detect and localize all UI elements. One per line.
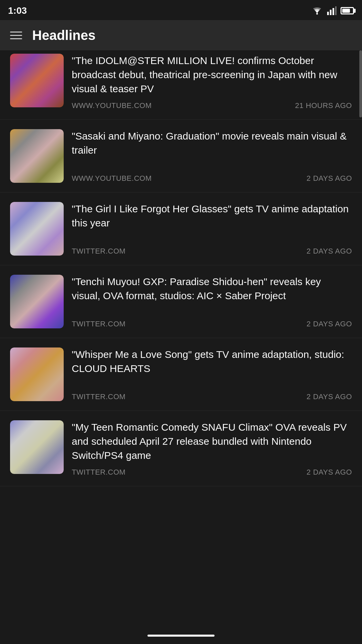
hamburger-menu-button[interactable] [10, 32, 22, 39]
news-source: WWW.YOUTUBE.COM [72, 174, 152, 183]
list-item[interactable]: "The Girl I Like Forgot Her Glasses" get… [0, 193, 362, 265]
svg-rect-2 [330, 10, 331, 15]
news-content: "Tenchi Muyou! GXP: Paradise Shidou-hen"… [72, 275, 352, 328]
news-title: "My Teen Romantic Comedy SNAFU Climax" O… [72, 420, 352, 463]
list-item[interactable]: "The IDOLM@STER MILLION LIVE! confirms O… [0, 50, 362, 120]
svg-rect-1 [327, 12, 329, 15]
news-content: "The Girl I Like Forgot Her Glasses" get… [72, 202, 352, 256]
svg-point-0 [316, 13, 318, 15]
status-bar: 1:03 [0, 0, 362, 20]
news-meta: TWITTER.COM 2 DAYS AGO [72, 468, 352, 477]
wifi-icon [311, 6, 323, 15]
news-content: "The IDOLM@STER MILLION LIVE! confirms O… [72, 54, 352, 110]
news-thumbnail [10, 347, 64, 401]
navigation-bar [0, 627, 362, 644]
news-time: 2 DAYS AGO [307, 320, 352, 328]
news-thumbnail [10, 54, 64, 107]
news-title: "The IDOLM@STER MILLION LIVE! confirms O… [72, 54, 352, 96]
news-meta: WWW.YOUTUBE.COM 2 DAYS AGO [72, 174, 352, 183]
news-title: "Sasaki and Miyano: Graduation" movie re… [72, 129, 352, 157]
list-item[interactable]: "Sasaki and Miyano: Graduation" movie re… [0, 120, 362, 193]
news-source: TWITTER.COM [72, 320, 126, 328]
list-item[interactable]: "My Teen Romantic Comedy SNAFU Climax" O… [0, 411, 362, 486]
news-time: 2 DAYS AGO [307, 468, 352, 477]
news-thumbnail [10, 275, 64, 328]
news-thumbnail [10, 420, 64, 474]
news-source: TWITTER.COM [72, 468, 126, 477]
news-source: TWITTER.COM [72, 392, 126, 401]
news-list: "The IDOLM@STER MILLION LIVE! confirms O… [0, 50, 362, 486]
news-source: TWITTER.COM [72, 247, 126, 256]
nav-home-indicator [147, 635, 215, 637]
news-meta: TWITTER.COM 2 DAYS AGO [72, 392, 352, 401]
news-title: "Tenchi Muyou! GXP: Paradise Shidou-hen"… [72, 275, 352, 303]
news-feed: "The IDOLM@STER MILLION LIVE! confirms O… [0, 50, 362, 486]
news-time: 2 DAYS AGO [307, 392, 352, 401]
news-source: WWW.YOUTUBE.COM [72, 101, 152, 110]
news-time: 2 DAYS AGO [307, 174, 352, 183]
news-thumbnail [10, 129, 64, 183]
news-thumbnail [10, 202, 64, 256]
scrollbar[interactable] [359, 50, 362, 117]
svg-rect-4 [335, 6, 337, 15]
news-content: "My Teen Romantic Comedy SNAFU Climax" O… [72, 420, 352, 477]
news-title: "Whisper Me a Love Song" gets TV anime a… [72, 347, 352, 376]
list-item[interactable]: "Tenchi Muyou! GXP: Paradise Shidou-hen"… [0, 265, 362, 338]
status-icons [311, 6, 354, 15]
news-meta: WWW.YOUTUBE.COM 21 HOURS AGO [72, 101, 352, 110]
header: Headlines [0, 20, 362, 50]
list-item[interactable]: "Whisper Me a Love Song" gets TV anime a… [0, 338, 362, 411]
news-meta: TWITTER.COM 2 DAYS AGO [72, 247, 352, 256]
battery-icon [341, 7, 354, 14]
status-time: 1:03 [8, 5, 27, 16]
news-content: "Sasaki and Miyano: Graduation" movie re… [72, 129, 352, 183]
page-title: Headlines [32, 28, 96, 43]
svg-rect-3 [333, 8, 334, 15]
news-time: 21 HOURS AGO [295, 101, 352, 110]
signal-icon [327, 6, 337, 15]
news-meta: TWITTER.COM 2 DAYS AGO [72, 320, 352, 328]
news-content: "Whisper Me a Love Song" gets TV anime a… [72, 347, 352, 401]
news-title: "The Girl I Like Forgot Her Glasses" get… [72, 202, 352, 230]
news-time: 2 DAYS AGO [307, 247, 352, 256]
